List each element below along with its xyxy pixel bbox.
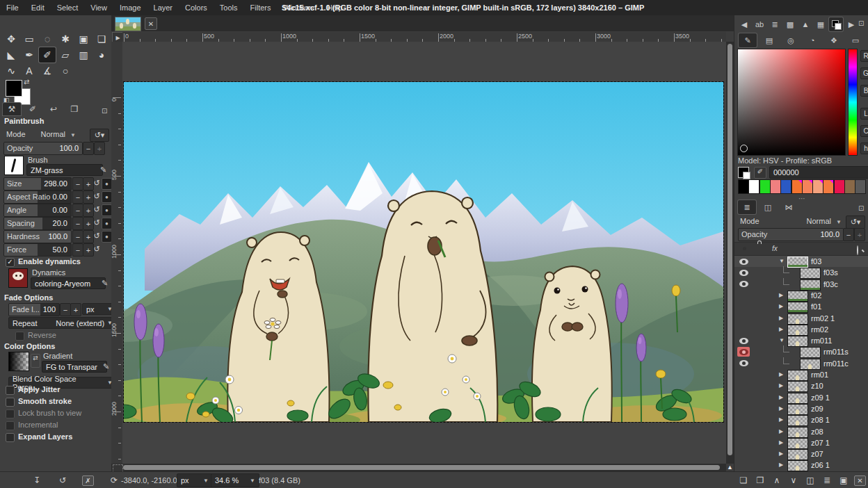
dock-tab-pointer[interactable]: ▲ xyxy=(798,17,812,31)
gradient-edit-icon[interactable]: ✎ xyxy=(103,362,109,371)
fuzzy-select-tool[interactable]: ✱ xyxy=(57,31,74,47)
menu-view[interactable]: View xyxy=(84,3,113,12)
tab-tool-options[interactable]: ⚒ xyxy=(3,103,21,115)
opacity-slider[interactable]: Opacity 100.0 xyxy=(3,142,83,155)
history-swatch[interactable] xyxy=(812,179,823,194)
layer-thumbnail[interactable] xyxy=(800,347,821,358)
new-layer-button[interactable]: ❏ xyxy=(737,475,750,486)
layer-thumbnail[interactable] xyxy=(787,291,808,302)
layer-thumbnail[interactable] xyxy=(800,279,821,291)
dock-tab-colors[interactable] xyxy=(829,17,843,31)
zoom-select[interactable]: 34.6 %▼ xyxy=(211,473,259,487)
layer-expander[interactable]: ▶ xyxy=(779,382,783,389)
layer-effects-icon[interactable]: fx xyxy=(772,245,778,252)
dock-tab-patterns[interactable]: ▩ xyxy=(783,17,797,31)
history-swatch[interactable] xyxy=(760,179,771,194)
layer-visibility-toggle[interactable] xyxy=(737,257,750,266)
delete-layer-button[interactable]: ✕ xyxy=(854,475,866,486)
history-swatch[interactable] xyxy=(738,179,749,194)
lower-layer-button[interactable]: ∨ xyxy=(787,475,800,486)
layer-thumbnail[interactable] xyxy=(787,257,808,268)
rectangle-select-tool[interactable]: ▭ xyxy=(21,31,38,47)
eraser-tool[interactable]: ▱ xyxy=(57,47,74,63)
hex-entry[interactable]: 000000 xyxy=(769,166,868,179)
clone-tool[interactable]: ▥ xyxy=(75,47,92,63)
layer-expander[interactable]: ▶ xyxy=(779,450,783,457)
reset-button[interactable]: ↺ xyxy=(93,204,100,215)
history-swatch[interactable] xyxy=(834,179,845,194)
layer-row-rm01[interactable]: ▶rm01 xyxy=(734,369,868,380)
history-swatch[interactable] xyxy=(748,179,760,194)
decrease-button[interactable]: − xyxy=(72,217,83,230)
fade-increase-button[interactable]: + xyxy=(70,303,81,316)
brush-link-toggle[interactable]: ● xyxy=(102,218,112,229)
slider-force-scale[interactable]: Force50.0 xyxy=(3,243,72,257)
layer-expander[interactable]: ▶ xyxy=(779,326,783,332)
history-swatch[interactable] xyxy=(802,179,813,194)
layer-thumbnail[interactable] xyxy=(787,381,808,392)
decrease-button[interactable]: − xyxy=(72,204,83,217)
layer-row-z06 1[interactable]: ▶z06 1 xyxy=(734,459,868,471)
dynamics-edit-icon[interactable]: ✎ xyxy=(102,279,108,288)
brush-link-toggle[interactable]: ● xyxy=(102,178,112,190)
foreground-color-swatch[interactable] xyxy=(6,80,22,97)
reverse-checkbox[interactable] xyxy=(15,332,24,341)
layer-row-rm011s[interactable]: rm011s xyxy=(734,346,868,357)
horizontal-scrollbar[interactable] xyxy=(111,464,726,471)
layer-opacity-slider[interactable]: Opacity 100.0 xyxy=(738,228,844,241)
layer-row-z10[interactable]: ▶z10 xyxy=(734,380,868,391)
menu-edit[interactable]: Edit xyxy=(25,3,51,12)
gradient-preview[interactable] xyxy=(8,352,29,371)
tab-images[interactable]: ❐ xyxy=(65,103,83,115)
hex-bg-swatch[interactable] xyxy=(743,172,750,179)
expand-layers-checkbox[interactable] xyxy=(6,433,15,442)
measure-tool[interactable]: ∡ xyxy=(39,63,56,79)
brush-preview[interactable] xyxy=(4,156,24,175)
checkbox-row-smooth-stroke[interactable]: Smooth stroke xyxy=(6,397,110,407)
layer-expander[interactable]: ▶ xyxy=(779,303,783,309)
checkbox-row-incremental[interactable]: Incremental xyxy=(6,421,110,430)
left-dock-menu-icon[interactable]: ⊡ xyxy=(102,107,107,115)
smooth-stroke-checkbox[interactable] xyxy=(6,398,15,407)
increase-button[interactable]: + xyxy=(83,243,94,257)
apply-jitter-checkbox[interactable] xyxy=(6,386,15,395)
color-selector-gimp[interactable]: ✎ xyxy=(739,33,757,47)
reverse-row[interactable]: Reverse xyxy=(15,331,106,341)
layer-thumbnail[interactable] xyxy=(787,314,808,325)
save-tool-preset-button[interactable]: ↧ xyxy=(31,475,43,486)
color-marker[interactable] xyxy=(740,145,748,152)
layer-row-f02[interactable]: ▶f02 xyxy=(734,290,868,301)
vertical-scrollbar[interactable] xyxy=(726,42,734,464)
image-tab-close-icon[interactable]: ✕ xyxy=(145,17,157,30)
increase-button[interactable]: + xyxy=(83,190,94,204)
raise-layer-button[interactable]: ∧ xyxy=(771,475,783,486)
gradient-name-entry[interactable]: FG to Transpar xyxy=(42,361,107,373)
increase-button[interactable]: + xyxy=(83,217,94,230)
dock-tab-fonts[interactable]: ab xyxy=(753,17,766,31)
delete-tool-preset-button[interactable]: ✗ xyxy=(82,475,94,486)
dock-tab-prev[interactable]: ◀ xyxy=(737,17,751,31)
layer-expander[interactable]: ▶ xyxy=(779,462,783,468)
dock-tab-brushes[interactable]: ▦ xyxy=(814,17,828,31)
new-group-button[interactable]: ❐ xyxy=(754,475,766,486)
channel-button-B[interactable]: B xyxy=(860,85,868,97)
history-swatch[interactable] xyxy=(844,179,855,194)
layer-row-f03s[interactable]: f03s xyxy=(734,267,868,278)
layer-thumbnail[interactable] xyxy=(787,336,808,347)
channel-button-G[interactable]: G xyxy=(860,67,868,79)
color-selector-watercolor[interactable]: ◎ xyxy=(782,33,800,47)
opacity-increase-button[interactable]: + xyxy=(94,142,105,155)
brush-link-toggle[interactable]: ● xyxy=(102,191,112,203)
duplicate-layer-button[interactable]: ◫ xyxy=(804,475,817,486)
dock-tab-next[interactable]: ▶ xyxy=(844,17,858,31)
zoom-tool[interactable]: ○ xyxy=(57,63,74,79)
layer-visibility-toggle[interactable] xyxy=(737,347,750,357)
brush-link-toggle[interactable]: ● xyxy=(102,204,112,216)
layer-row-rm02 1[interactable]: ▶rm02 1 xyxy=(734,313,868,324)
increase-button[interactable]: + xyxy=(83,177,94,190)
layer-expander[interactable]: ▶ xyxy=(779,439,783,446)
transform-tool[interactable]: ❏ xyxy=(93,31,110,47)
channel-button-C[interactable]: C xyxy=(860,125,868,137)
history-swatch[interactable] xyxy=(780,179,791,194)
decrease-button[interactable]: − xyxy=(72,243,83,257)
